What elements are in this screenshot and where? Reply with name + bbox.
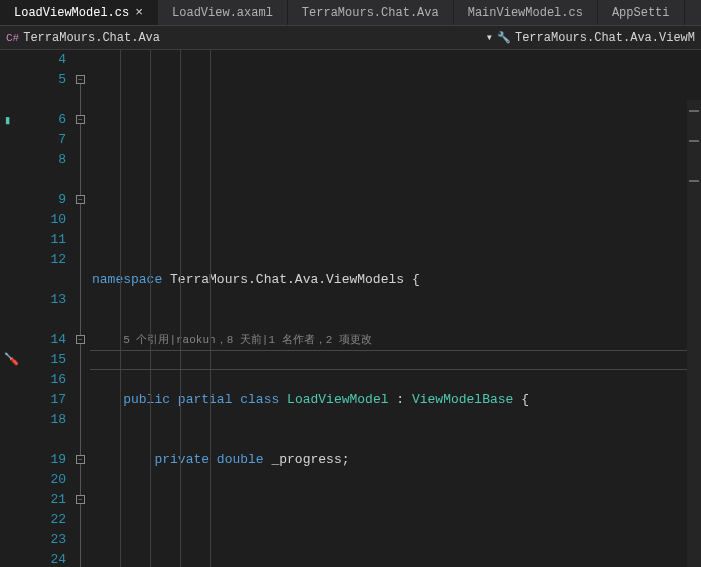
code-area[interactable]: namespace TerraMours.Chat.Ava.ViewModels… (90, 50, 701, 567)
current-line-highlight (90, 350, 701, 370)
nav-scope-label: TerraMours.Chat.Ava (23, 31, 160, 45)
tab-loadviewmodel[interactable]: LoadViewModel.cs × (0, 0, 158, 25)
wrench-icon: 🔧 (497, 31, 511, 44)
fold-toggle[interactable]: − (76, 495, 85, 504)
navigation-bar: C# TerraMours.Chat.Ava ▾ 🔧 TerraMours.Ch… (0, 26, 701, 50)
nav-type-label: TerraMours.Chat.Ava.ViewM (515, 31, 695, 45)
quickfix-icon[interactable]: 🪛 (4, 352, 19, 367)
csharp-icon: C# (6, 32, 19, 44)
close-icon[interactable]: × (135, 5, 143, 20)
bookmark-icon[interactable]: ▮ (4, 113, 11, 128)
code-editor[interactable]: ▮ 🪛 4 5 6 7 8 9 10 11 12 13 14 15 16 17 … (0, 50, 701, 567)
line-number-gutter: 4 5 6 7 8 9 10 11 12 13 14 15 16 17 18 1… (28, 50, 76, 567)
nav-scope-right[interactable]: ▾ 🔧 TerraMours.Chat.Ava.ViewM (486, 30, 695, 45)
tab-terramours[interactable]: TerraMours.Chat.Ava (288, 0, 454, 25)
fold-toggle[interactable]: − (76, 195, 85, 204)
fold-toggle[interactable]: − (76, 335, 85, 344)
tab-loadview-axaml[interactable]: LoadView.axaml (158, 0, 288, 25)
tab-appsettings[interactable]: AppSetti (598, 0, 685, 25)
fold-toggle[interactable]: − (76, 115, 85, 124)
nav-scope-left[interactable]: C# TerraMours.Chat.Ava (6, 31, 160, 45)
chevron-down-icon: ▾ (486, 30, 493, 45)
code-folding-column[interactable]: − − − − − − (76, 50, 90, 567)
fold-toggle[interactable]: − (76, 75, 85, 84)
tab-bar: LoadViewModel.cs × LoadView.axaml TerraM… (0, 0, 701, 26)
fold-toggle[interactable]: − (76, 455, 85, 464)
codelens[interactable]: 5 个引用|raokun，8 天前|1 名作者，2 项更改 (123, 334, 372, 346)
tab-mainviewmodel[interactable]: MainViewModel.cs (454, 0, 598, 25)
breakpoint-margin[interactable]: ▮ 🪛 (0, 50, 28, 567)
vertical-scrollbar[interactable] (687, 100, 701, 567)
